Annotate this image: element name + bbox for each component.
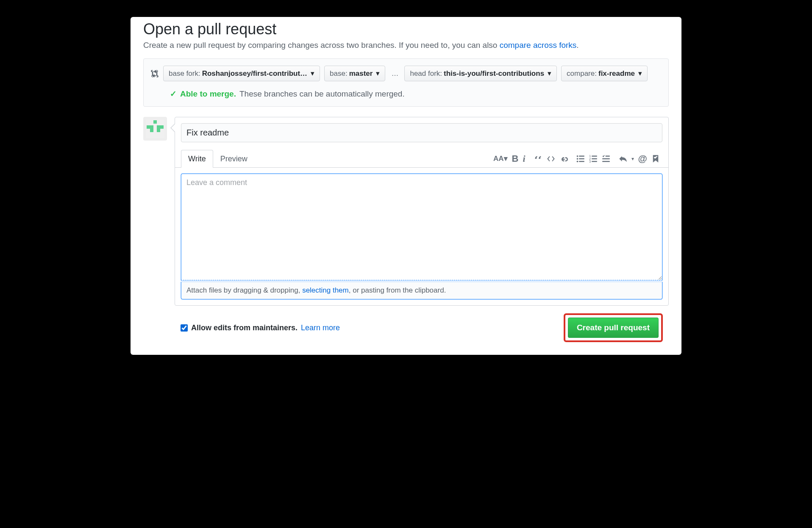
merge-able-text: Able to merge. (180, 89, 236, 99)
task-list-icon[interactable] (602, 155, 610, 163)
allow-edits-checkbox[interactable]: Allow edits from maintainers. Learn more (181, 323, 340, 332)
attach-pre: Attach files by dragging & dropping, (186, 286, 302, 294)
compare-label: compare: (567, 69, 597, 78)
code-icon[interactable] (547, 155, 555, 163)
ellipsis-separator: … (389, 69, 400, 78)
page-subtitle: Create a new pull request by comparing c… (143, 41, 669, 50)
svg-rect-4 (157, 125, 160, 129)
svg-rect-1 (153, 120, 157, 124)
allow-edits-input[interactable] (181, 324, 188, 332)
subtitle-post: . (576, 41, 578, 50)
learn-more-link[interactable]: Learn more (301, 323, 340, 332)
textarea-wrap: Attach files by dragging & dropping, sel… (175, 168, 668, 305)
svg-rect-21 (602, 158, 610, 159)
avatar (143, 117, 167, 141)
reply-icon[interactable] (619, 155, 627, 163)
merge-status: ✓ Able to merge. These branches can be a… (150, 89, 662, 99)
head-fork-value: this-is-you/first-contributions (444, 69, 544, 78)
markdown-toolbar: AA▾ B i 123 (493, 153, 662, 164)
tab-preview[interactable]: Preview (213, 150, 255, 168)
base-fork-label: base fork: (169, 69, 200, 78)
svg-rect-3 (150, 125, 153, 129)
footer-row: Allow edits from maintainers. Learn more… (175, 306, 669, 342)
svg-rect-6 (150, 129, 153, 132)
svg-rect-18 (592, 158, 597, 159)
svg-rect-11 (579, 155, 584, 157)
svg-rect-20 (605, 155, 609, 157)
pull-request-window: Open a pull request Create a new pull re… (131, 17, 681, 355)
selecting-them-link[interactable]: selecting them (302, 286, 349, 294)
pr-body: Write Preview AA▾ B i (131, 107, 681, 342)
caret-down-icon: ▾ (548, 69, 551, 78)
compare-forks-link[interactable]: compare across forks (500, 41, 577, 50)
bullet-list-icon[interactable] (576, 155, 585, 163)
quote-icon[interactable] (534, 155, 542, 163)
create-pull-request-button[interactable]: Create pull request (568, 318, 659, 338)
svg-rect-17 (592, 155, 597, 157)
bold-button[interactable]: B (512, 153, 519, 164)
svg-rect-12 (579, 158, 584, 159)
compare-value: fix-readme (598, 69, 635, 78)
tab-row: Write Preview AA▾ B i (175, 150, 668, 168)
base-fork-selector[interactable]: base fork: Roshanjossey/first-contribut…… (163, 66, 320, 81)
pr-title-input[interactable] (181, 123, 662, 142)
compare-box: base fork: Roshanjossey/first-contribut…… (143, 58, 669, 107)
bookmark-icon[interactable] (651, 155, 660, 163)
page-title: Open a pull request (143, 20, 669, 38)
head-fork-selector[interactable]: head fork: this-is-you/first-contributio… (404, 66, 557, 81)
head-fork-label: head fork: (410, 69, 442, 78)
svg-point-9 (576, 158, 578, 160)
base-branch-selector[interactable]: base: master ▾ (324, 66, 385, 81)
comment-box: Write Preview AA▾ B i (175, 117, 669, 306)
caret-down-icon: ▾ (376, 69, 380, 78)
svg-point-8 (576, 155, 578, 157)
svg-text:3: 3 (589, 159, 591, 163)
identicon-icon (146, 119, 164, 138)
caret-down-icon: ▾ (311, 69, 314, 78)
svg-rect-22 (602, 161, 610, 162)
compare-branch-selector[interactable]: compare: fix-readme ▾ (561, 66, 648, 81)
svg-point-10 (576, 160, 578, 162)
tab-write[interactable]: Write (181, 150, 213, 168)
git-compare-icon (150, 69, 159, 79)
mention-icon[interactable]: @ (638, 153, 647, 164)
allow-edits-label: Allow edits from maintainers. (191, 323, 298, 332)
check-icon: ✓ (170, 89, 177, 99)
page-header: Open a pull request Create a new pull re… (131, 20, 681, 58)
caret-down-icon: ▾ (638, 69, 642, 78)
compare-row: base fork: Roshanjossey/first-contribut…… (150, 66, 662, 81)
base-label: base: (330, 69, 348, 78)
base-fork-value: Roshanjossey/first-contribut… (202, 69, 307, 78)
svg-rect-19 (592, 161, 597, 162)
create-button-highlight: Create pull request (564, 313, 663, 342)
attach-post: , or pasting from the clipboard. (349, 286, 446, 294)
numbered-list-icon[interactable]: 123 (589, 155, 598, 163)
svg-rect-2 (147, 125, 150, 129)
italic-button[interactable]: i (523, 153, 525, 164)
comment-textarea[interactable] (181, 174, 662, 280)
comment-container: Write Preview AA▾ B i (175, 117, 669, 342)
svg-rect-13 (579, 161, 584, 162)
subtitle-text: Create a new pull request by comparing c… (143, 41, 500, 50)
base-value: master (349, 69, 373, 78)
svg-rect-7 (157, 129, 160, 132)
svg-rect-5 (160, 125, 164, 129)
text-size-button[interactable]: AA▾ (493, 154, 508, 163)
attach-hint[interactable]: Attach files by dragging & dropping, sel… (181, 282, 662, 299)
merge-msg-text: These branches can be automatically merg… (239, 89, 405, 99)
link-icon[interactable] (559, 155, 568, 163)
